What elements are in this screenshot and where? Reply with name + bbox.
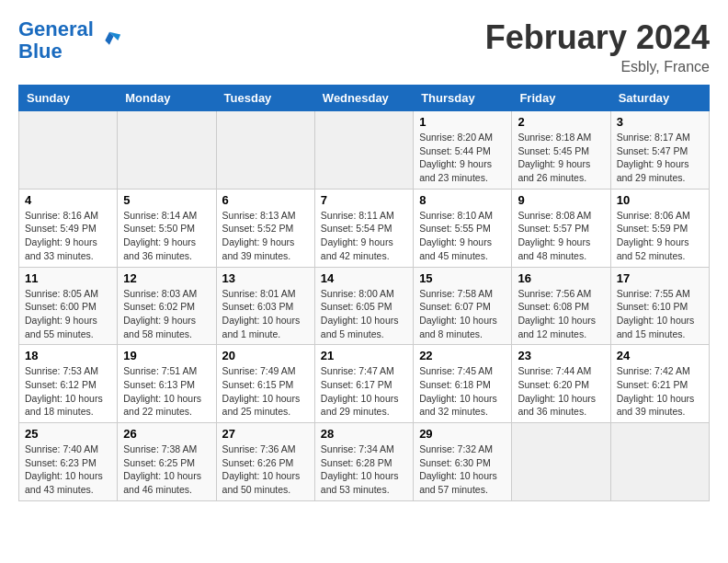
weekday-header-friday: Friday: [512, 86, 610, 111]
calendar-cell: 12Sunrise: 8:03 AM Sunset: 6:02 PM Dayli…: [118, 267, 216, 345]
day-number: 21: [321, 349, 407, 362]
day-info: Sunrise: 7:32 AM Sunset: 6:30 PM Dayligh…: [419, 442, 506, 497]
day-info: Sunrise: 7:58 AM Sunset: 6:07 PM Dayligh…: [419, 287, 506, 341]
calendar-cell: 4Sunrise: 8:16 AM Sunset: 5:49 PM Daylig…: [19, 189, 118, 267]
day-info: Sunrise: 7:38 AM Sunset: 6:25 PM Dayligh…: [123, 442, 210, 497]
day-info: Sunrise: 7:34 AM Sunset: 6:28 PM Dayligh…: [321, 442, 407, 497]
calendar-cell: 14Sunrise: 8:00 AM Sunset: 6:05 PM Dayli…: [314, 267, 413, 345]
day-info: Sunrise: 7:51 AM Sunset: 6:13 PM Dayligh…: [123, 364, 210, 419]
calendar-cell: 18Sunrise: 7:53 AM Sunset: 6:12 PM Dayli…: [19, 345, 118, 423]
calendar-week-5: 25Sunrise: 7:40 AM Sunset: 6:23 PM Dayli…: [19, 423, 710, 501]
day-info: Sunrise: 8:03 AM Sunset: 6:02 PM Dayligh…: [123, 287, 210, 341]
day-number: 28: [321, 427, 407, 441]
calendar-cell: 8Sunrise: 8:10 AM Sunset: 5:55 PM Daylig…: [414, 189, 512, 267]
day-number: 5: [123, 193, 210, 207]
day-info: Sunrise: 7:47 AM Sunset: 6:17 PM Dayligh…: [321, 364, 407, 419]
day-number: 24: [617, 349, 703, 362]
day-number: 29: [419, 427, 506, 441]
day-info: Sunrise: 7:49 AM Sunset: 6:15 PM Dayligh…: [222, 364, 309, 419]
calendar-cell: 6Sunrise: 8:13 AM Sunset: 5:52 PM Daylig…: [216, 189, 314, 267]
day-number: 8: [419, 193, 506, 207]
calendar-cell: [216, 111, 314, 190]
day-number: 20: [222, 349, 309, 362]
day-info: Sunrise: 7:45 AM Sunset: 6:18 PM Dayligh…: [419, 364, 506, 419]
calendar-cell: [610, 423, 709, 501]
calendar-table: SundayMondayTuesdayWednesdayThursdayFrid…: [18, 85, 710, 501]
day-info: Sunrise: 8:20 AM Sunset: 5:44 PM Dayligh…: [419, 131, 506, 185]
weekday-header-sunday: Sunday: [19, 86, 118, 111]
calendar-week-4: 18Sunrise: 7:53 AM Sunset: 6:12 PM Dayli…: [19, 345, 710, 423]
day-number: 1: [419, 115, 506, 129]
day-number: 2: [518, 115, 604, 129]
day-info: Sunrise: 7:40 AM Sunset: 6:23 PM Dayligh…: [25, 442, 111, 497]
weekday-header-row: SundayMondayTuesdayWednesdayThursdayFrid…: [19, 86, 710, 111]
day-info: Sunrise: 8:11 AM Sunset: 5:54 PM Dayligh…: [321, 209, 407, 263]
day-number: 9: [518, 193, 604, 207]
calendar-cell: 1Sunrise: 8:20 AM Sunset: 5:44 PM Daylig…: [414, 111, 512, 190]
calendar-week-2: 4Sunrise: 8:16 AM Sunset: 5:49 PM Daylig…: [19, 189, 710, 267]
calendar-week-3: 11Sunrise: 8:05 AM Sunset: 6:00 PM Dayli…: [19, 267, 710, 345]
day-info: Sunrise: 7:55 AM Sunset: 6:10 PM Dayligh…: [617, 287, 703, 341]
day-number: 23: [518, 349, 604, 362]
day-info: Sunrise: 8:10 AM Sunset: 5:55 PM Dayligh…: [419, 209, 506, 263]
calendar-cell: 16Sunrise: 7:56 AM Sunset: 6:08 PM Dayli…: [512, 267, 610, 345]
day-number: 13: [222, 271, 309, 285]
day-info: Sunrise: 8:13 AM Sunset: 5:52 PM Dayligh…: [222, 209, 309, 263]
weekday-header-tuesday: Tuesday: [216, 86, 314, 111]
day-number: 7: [321, 193, 407, 207]
calendar-cell: 21Sunrise: 7:47 AM Sunset: 6:17 PM Dayli…: [314, 345, 413, 423]
weekday-header-thursday: Thursday: [414, 86, 512, 111]
location: Esbly, France: [485, 59, 710, 75]
calendar-header: SundayMondayTuesdayWednesdayThursdayFrid…: [19, 86, 710, 111]
calendar-cell: 20Sunrise: 7:49 AM Sunset: 6:15 PM Dayli…: [216, 345, 314, 423]
day-number: 6: [222, 193, 309, 207]
day-number: 27: [222, 427, 309, 441]
calendar-cell: [512, 423, 610, 501]
title-area: February 2024 Esbly, France: [485, 18, 710, 75]
calendar-cell: 13Sunrise: 8:01 AM Sunset: 6:03 PM Dayli…: [216, 267, 314, 345]
calendar-cell: 28Sunrise: 7:34 AM Sunset: 6:28 PM Dayli…: [314, 423, 413, 501]
calendar-cell: [118, 111, 216, 190]
weekday-header-monday: Monday: [118, 86, 216, 111]
day-info: Sunrise: 8:01 AM Sunset: 6:03 PM Dayligh…: [222, 287, 309, 341]
day-number: 17: [617, 271, 703, 285]
day-number: 15: [419, 271, 506, 285]
calendar-week-1: 1Sunrise: 8:20 AM Sunset: 5:44 PM Daylig…: [19, 111, 710, 190]
weekday-header-wednesday: Wednesday: [314, 86, 413, 111]
logo-icon: [97, 28, 122, 53]
calendar-cell: 9Sunrise: 8:08 AM Sunset: 5:57 PM Daylig…: [512, 189, 610, 267]
day-info: Sunrise: 8:05 AM Sunset: 6:00 PM Dayligh…: [25, 287, 111, 341]
day-number: 26: [123, 427, 210, 441]
day-number: 10: [617, 193, 703, 207]
day-number: 16: [518, 271, 604, 285]
calendar-cell: 15Sunrise: 7:58 AM Sunset: 6:07 PM Dayli…: [414, 267, 512, 345]
month-title: February 2024: [485, 18, 710, 57]
calendar-body: 1Sunrise: 8:20 AM Sunset: 5:44 PM Daylig…: [19, 111, 710, 501]
weekday-header-saturday: Saturday: [610, 86, 709, 111]
calendar-cell: 29Sunrise: 7:32 AM Sunset: 6:30 PM Dayli…: [414, 423, 512, 501]
calendar-cell: 23Sunrise: 7:44 AM Sunset: 6:20 PM Dayli…: [512, 345, 610, 423]
calendar-cell: [19, 111, 118, 190]
calendar-cell: 24Sunrise: 7:42 AM Sunset: 6:21 PM Dayli…: [610, 345, 709, 423]
logo: General Blue: [18, 18, 122, 63]
calendar-cell: 5Sunrise: 8:14 AM Sunset: 5:50 PM Daylig…: [118, 189, 216, 267]
day-number: 22: [419, 349, 506, 362]
day-info: Sunrise: 7:56 AM Sunset: 6:08 PM Dayligh…: [518, 287, 604, 341]
calendar-cell: 19Sunrise: 7:51 AM Sunset: 6:13 PM Dayli…: [118, 345, 216, 423]
calendar-cell: 3Sunrise: 8:17 AM Sunset: 5:47 PM Daylig…: [610, 111, 709, 190]
day-info: Sunrise: 8:14 AM Sunset: 5:50 PM Dayligh…: [123, 209, 210, 263]
day-info: Sunrise: 8:00 AM Sunset: 6:05 PM Dayligh…: [321, 287, 407, 341]
calendar-cell: 2Sunrise: 8:18 AM Sunset: 5:45 PM Daylig…: [512, 111, 610, 190]
calendar-cell: 7Sunrise: 8:11 AM Sunset: 5:54 PM Daylig…: [314, 189, 413, 267]
day-info: Sunrise: 8:17 AM Sunset: 5:47 PM Dayligh…: [617, 131, 703, 185]
day-info: Sunrise: 7:36 AM Sunset: 6:26 PM Dayligh…: [222, 442, 309, 497]
day-info: Sunrise: 7:42 AM Sunset: 6:21 PM Dayligh…: [617, 364, 703, 419]
day-info: Sunrise: 7:53 AM Sunset: 6:12 PM Dayligh…: [25, 364, 111, 419]
day-number: 4: [25, 193, 111, 207]
calendar-cell: 26Sunrise: 7:38 AM Sunset: 6:25 PM Dayli…: [118, 423, 216, 501]
day-number: 18: [25, 349, 111, 362]
day-number: 25: [25, 427, 111, 441]
calendar-cell: 10Sunrise: 8:06 AM Sunset: 5:59 PM Dayli…: [610, 189, 709, 267]
day-info: Sunrise: 7:44 AM Sunset: 6:20 PM Dayligh…: [518, 364, 604, 419]
logo-text: General Blue: [18, 18, 94, 63]
